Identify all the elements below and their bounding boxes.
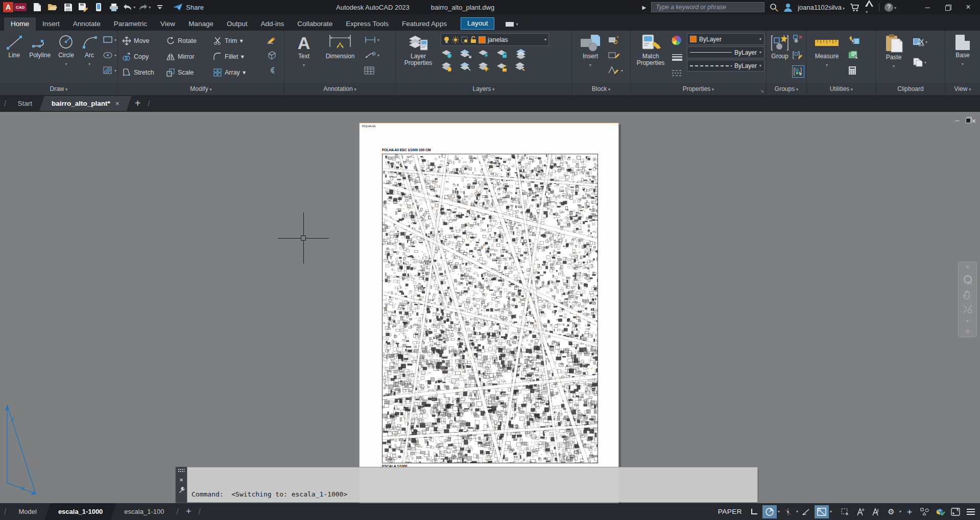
create-block-button[interactable] <box>608 34 623 46</box>
pan-hand-icon[interactable] <box>963 290 973 299</box>
panel-label-draw[interactable]: Draw <box>0 83 117 95</box>
cart-icon[interactable] <box>850 3 859 12</box>
tab-layout[interactable]: Layout <box>461 17 495 30</box>
steering-wheel-2d-icon[interactable]: 2D <box>963 275 973 285</box>
layer-unisolate-button[interactable] <box>459 62 472 72</box>
annotation-scale-caret-icon[interactable]: ▾ <box>899 509 901 514</box>
layout-paper[interactable]: FOLHA A0 FOLHA A0 ESC 1/1000 100 CM ESCA… <box>359 123 619 503</box>
select-similar-button[interactable] <box>848 49 860 61</box>
array-button[interactable]: Array▾ <box>213 68 262 77</box>
zoom-extents-icon[interactable] <box>963 304 973 314</box>
tab-home[interactable]: Home <box>4 17 36 31</box>
panel-label-annotation[interactable]: Annotation <box>284 83 395 95</box>
map-viewport[interactable] <box>382 154 598 463</box>
help-button[interactable]: ? <box>885 3 896 12</box>
tab-parametric[interactable]: Parametric <box>107 17 154 31</box>
group-button[interactable]: Group <box>769 31 791 83</box>
edit-attributes-button[interactable] <box>608 49 623 61</box>
scale-button[interactable]: Scale <box>166 68 213 77</box>
dimension-button[interactable]: Dimension <box>321 31 359 83</box>
group-selection-toggle[interactable] <box>792 65 804 78</box>
navbar-collapse-icon[interactable]: ⊖ <box>965 328 969 334</box>
redo-button[interactable] <box>138 2 151 13</box>
object-snap-toggle[interactable] <box>815 505 829 518</box>
match-properties-button[interactable]: Match Properties <box>634 31 667 83</box>
isodraft-caret-icon[interactable]: ▾ <box>796 509 798 514</box>
object-snap-modes-button[interactable] <box>918 505 932 518</box>
stretch-button[interactable]: Stretch <box>122 68 166 77</box>
tab-annotate[interactable]: Annotate <box>66 17 107 31</box>
insert-block-button[interactable]: Insert <box>576 31 605 83</box>
copy-clip-button[interactable]: ▾ <box>912 56 927 68</box>
file-tab-close-icon[interactable]: × <box>115 100 119 107</box>
tab-insert[interactable]: Insert <box>36 17 66 31</box>
layer-dropdown[interactable]: janelas ▾ <box>441 33 549 46</box>
panel-label-block[interactable]: Block <box>572 83 630 95</box>
layer-freeze-button[interactable] <box>477 49 491 59</box>
circle-button[interactable]: Circle <box>55 31 78 83</box>
new-file-button[interactable] <box>31 2 44 13</box>
lineweight-dropdown[interactable]: ByLayer ▾ <box>687 46 764 58</box>
tab-manage[interactable]: Manage <box>182 17 220 31</box>
command-drag-grip[interactable] <box>178 468 185 472</box>
file-tab-start[interactable]: Start <box>10 96 39 111</box>
username[interactable]: joana1102silva <box>798 4 845 11</box>
fillet-button[interactable]: Fillet▾ <box>213 52 262 61</box>
layout-tab-escala-1-100[interactable]: escala_1-100 <box>116 503 172 520</box>
layout-tab-model[interactable]: Model <box>10 503 44 520</box>
layout-tab-escala-1-1000[interactable]: escala_1-1000 <box>45 503 116 520</box>
navigation-bar[interactable]: ✕ 2D ▾ ⊖ <box>958 262 977 337</box>
offset-button[interactable] <box>266 64 277 77</box>
polar-caret-icon[interactable]: ▾ <box>778 509 780 514</box>
copy-button[interactable]: Copy <box>122 52 166 61</box>
navbar-close-icon[interactable]: ✕ <box>966 265 970 270</box>
text-button[interactable]: A Text <box>291 31 317 83</box>
paste-button[interactable]: Paste <box>880 31 907 83</box>
arc-button[interactable]: Arc <box>79 31 100 83</box>
panel-label-utilities[interactable]: Utilities <box>807 83 876 95</box>
new-drawing-tab-button[interactable]: + <box>132 98 144 109</box>
quick-calculator-button[interactable] <box>848 64 860 77</box>
layer-unlock-button[interactable] <box>496 62 509 72</box>
collapse-search-arrow-icon[interactable]: ▶ <box>642 5 646 10</box>
file-tab-document[interactable]: bairro_alto_plant* × <box>39 96 132 111</box>
define-attributes-button[interactable]: ▾ <box>608 64 623 77</box>
tab-view[interactable]: View <box>154 17 182 31</box>
tab-collaborate[interactable]: Collaborate <box>291 17 339 31</box>
polar-tracking-toggle[interactable] <box>762 505 777 518</box>
save-button[interactable] <box>61 2 75 13</box>
linetype-icon[interactable] <box>671 69 683 77</box>
hatch-button[interactable]: ▾ <box>102 64 116 77</box>
rectangle-button[interactable]: ▾ <box>102 34 116 46</box>
layer-lock-button[interactable] <box>496 49 509 59</box>
panel-label-properties[interactable]: Properties↘ <box>631 83 766 95</box>
autodesk-app-menu[interactable] <box>865 0 874 15</box>
user-avatar-icon[interactable] <box>783 3 793 12</box>
new-layout-button[interactable]: + <box>183 506 195 517</box>
line-button[interactable]: Line <box>3 31 26 83</box>
panel-label-groups[interactable]: Groups <box>767 83 806 95</box>
restore-button[interactable] <box>940 1 955 13</box>
annotation-visibility-toggle[interactable] <box>853 505 868 518</box>
share-button[interactable]: Share <box>173 3 204 11</box>
minimize-button[interactable]: ─ <box>920 1 935 13</box>
undo-button[interactable] <box>123 2 136 13</box>
trim-button[interactable]: Trim▾ <box>213 36 262 45</box>
annotation-scale-button[interactable]: ⚙ <box>884 505 898 518</box>
osnap-tracking-toggle[interactable] <box>799 505 814 518</box>
ungroup-button[interactable] <box>792 33 804 45</box>
ellipse-button[interactable]: ▾ <box>102 49 116 61</box>
leader-button[interactable]: ▾ <box>364 49 379 61</box>
linear-dimension-button[interactable]: ▾ <box>364 34 379 46</box>
panel-label-view[interactable]: View <box>945 83 980 95</box>
plot-button[interactable] <box>107 2 121 13</box>
autocad-logo-icon[interactable]: ACAD <box>3 2 27 12</box>
panel-label-layers[interactable]: Layers <box>396 83 571 95</box>
panel-label-clipboard[interactable]: Clipboard <box>876 83 945 95</box>
drawing-area[interactable]: ─ × FOLHA A0 FOLHA A0 ESC 1/1000 100 CM … <box>0 112 980 503</box>
quick-select-button[interactable] <box>848 34 860 46</box>
customization-button[interactable] <box>964 505 978 518</box>
selection-cycling-toggle[interactable] <box>838 505 852 518</box>
tab-featured-apps[interactable]: Featured Apps <box>395 17 453 31</box>
command-customize-wrench-icon[interactable] <box>178 487 185 493</box>
